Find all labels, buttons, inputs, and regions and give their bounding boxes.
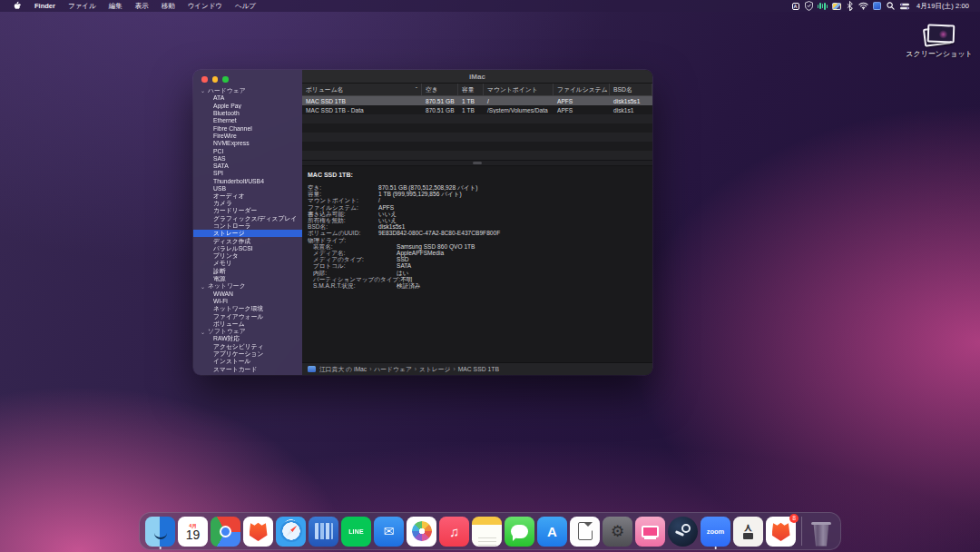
control-center-item[interactable]	[897, 0, 911, 12]
detail-label: ファイルシステム:	[308, 204, 378, 211]
dock-icon-safari[interactable]	[276, 517, 306, 547]
minimize-button[interactable]	[212, 76, 219, 83]
sidebar-section-0[interactable]: ⌄ハードウェア	[193, 87, 302, 94]
dock-icon-mail[interactable]: ✉	[374, 517, 404, 547]
sidebar-item-PCI[interactable]: PCI	[193, 147, 302, 154]
sidebar-item-RAW対応[interactable]: RAW対応	[193, 335, 302, 342]
breadcrumb-segment-0[interactable]: 江口貴大 の iMac	[319, 366, 367, 372]
column-header-3[interactable]: マウントポイント	[484, 84, 554, 95]
sidebar-item-診断[interactable]: 診断	[193, 268, 302, 275]
desktop-icon-screenshots[interactable]: スクリーンショット	[911, 25, 967, 59]
sidebar-item-SAS[interactable]: SAS	[193, 154, 302, 162]
sidebar-item-ATA[interactable]: ATA	[193, 94, 302, 102]
bluetooth-item[interactable]	[843, 0, 857, 12]
dock-icon-brave[interactable]: 8	[766, 517, 796, 547]
sidebar-item-SPI[interactable]: SPI	[193, 170, 302, 177]
sidebar-item-Fibre Channel[interactable]: Fibre Channel	[193, 124, 302, 132]
pane-splitter[interactable]	[302, 160, 652, 166]
breadcrumb-segment-2[interactable]: ストレージ	[419, 366, 451, 372]
volumes-table-body: MAC SSD 1TB870.51 GB1 TB/APFSdisk1s5s1MA…	[302, 96, 652, 160]
sidebar-item-ディスク作成[interactable]: ディスク作成	[193, 237, 302, 244]
dock-icon-claw[interactable]: ⋏	[733, 517, 763, 547]
sidebar-item-アクセシビリティ[interactable]: アクセシビリティ	[193, 343, 302, 350]
menu-item-1[interactable]: ファイル	[62, 0, 103, 12]
dock-icon-music[interactable]: ♫	[439, 517, 469, 547]
sidebar-section-1[interactable]: ⌄ネットワーク	[193, 282, 302, 290]
dock-icon-ledger[interactable]	[309, 517, 338, 547]
sidebar-item-パラレルSCSI[interactable]: パラレルSCSI	[193, 245, 302, 252]
physical-detail-row-1: メディア名:AppleAPFSMedia	[313, 250, 652, 256]
sidebar-item-Ethernet[interactable]: Ethernet	[193, 117, 302, 124]
dock-icon-line[interactable]: LINE	[341, 517, 371, 547]
menu-item-0[interactable]: Finder	[28, 0, 62, 12]
screens-item[interactable]	[829, 0, 843, 12]
menu-item-4[interactable]: 移動	[155, 0, 181, 12]
breadcrumb-segment-3[interactable]: MAC SSD 1TB	[458, 366, 499, 372]
sidebar-item-カメラ[interactable]: カメラ	[193, 200, 302, 207]
input-source-item[interactable]: A	[789, 0, 802, 12]
breadcrumb-segment-1[interactable]: ハードウェア	[374, 366, 412, 372]
zoom-button[interactable]	[222, 76, 229, 83]
dock-icon-calendar[interactable]: 4月19	[178, 517, 208, 547]
sidebar-item-SATA[interactable]: SATA	[193, 162, 302, 169]
sidebar-item-NVMExpress[interactable]: NVMExpress	[193, 140, 302, 147]
dock-icon-chrome[interactable]	[211, 517, 240, 547]
menu-item-3[interactable]: 表示	[129, 0, 155, 12]
sidebar-item-カードリーダー[interactable]: カードリーダー	[193, 207, 302, 214]
shield-item[interactable]	[802, 0, 816, 12]
screenshot-stack-icon	[924, 25, 955, 46]
dock-icon-zoom[interactable]: zoom	[701, 517, 730, 547]
sidebar-item-Apple Pay[interactable]: Apple Pay	[193, 102, 302, 109]
sidebar-item-アプリケーション[interactable]: アプリケーション	[193, 350, 302, 358]
table-row-1[interactable]: MAC SSD 1TB - Data870.51 GB1 TB/System/V…	[302, 105, 652, 114]
dock-icon-trash[interactable]	[808, 517, 835, 547]
sidebar-item-ストレージ[interactable]: ストレージ	[193, 230, 302, 237]
table-row-0[interactable]: MAC SSD 1TB870.51 GB1 TB/APFSdisk1s5s1	[302, 96, 652, 105]
sidebar-item-ファイアウォール[interactable]: ファイアウォール	[193, 312, 302, 320]
sidebar-section-2[interactable]: ⌄ソフトウェア	[193, 328, 302, 335]
dock-icon-photos[interactable]	[407, 517, 436, 547]
sidebar-item-ボリューム[interactable]: ボリューム	[193, 320, 302, 328]
dock-icon-finder[interactable]	[145, 517, 175, 547]
sidebar-item-Wi-Fi[interactable]: Wi-Fi	[193, 298, 302, 305]
sidebar-item-プリンタ[interactable]: プリンタ	[193, 252, 302, 260]
dock-icon-display[interactable]	[635, 517, 665, 547]
envelope-glyph: ✉	[384, 524, 395, 538]
dock-icon-libre[interactable]	[570, 517, 600, 547]
column-header-0[interactable]: ボリューム名ˆ	[302, 84, 422, 95]
sidebar-item-オーディオ[interactable]: オーディオ	[193, 192, 302, 200]
column-header-4[interactable]: ファイルシステム	[554, 84, 610, 95]
sidebar-item-コントローラ[interactable]: コントローラ	[193, 222, 302, 230]
column-header-2[interactable]: 容量	[458, 84, 484, 95]
column-header-5[interactable]: BSD名	[610, 84, 652, 95]
sidebar-item-Bluetooth[interactable]: Bluetooth	[193, 109, 302, 116]
sidebar-item-メモリ[interactable]: メモリ	[193, 260, 302, 267]
menu-item-2[interactable]: 編集	[103, 0, 129, 12]
dock-icon-messages[interactable]	[505, 517, 534, 547]
dock-icon-steam[interactable]	[668, 517, 698, 547]
column-header-1[interactable]: 空き	[422, 84, 458, 95]
sidebar-item-インストール[interactable]: インストール	[193, 358, 302, 365]
sidebar-item-USB[interactable]: USB	[193, 184, 302, 192]
menu-item-6[interactable]: ヘルプ	[229, 0, 262, 12]
sidebar-item-FireWire[interactable]: FireWire	[193, 132, 302, 139]
close-button[interactable]	[201, 76, 208, 83]
sidebar-item-Thunderbolt/USB4[interactable]: Thunderbolt/USB4	[193, 177, 302, 184]
wifi-item[interactable]	[857, 0, 870, 12]
menu-bar-clock[interactable]: 4月19日(土) 2:00	[911, 2, 973, 11]
sidebar-item-電源[interactable]: 電源	[193, 275, 302, 282]
waveform-item[interactable]	[816, 0, 829, 12]
dock-icon-appstore[interactable]: A	[537, 517, 567, 547]
dock-icon-brave[interactable]	[243, 517, 273, 547]
sidebar-item-スマートカード[interactable]: スマートカード	[193, 365, 302, 372]
blue-app-item[interactable]	[870, 0, 884, 12]
dock-icon-syspref[interactable]: ⚙	[603, 517, 632, 547]
apple-menu-icon[interactable]	[7, 1, 28, 11]
sidebar-item-ネットワーク環境[interactable]: ネットワーク環境	[193, 305, 302, 312]
input-source-icon: A	[792, 3, 799, 10]
dock-icon-notes[interactable]	[472, 517, 502, 547]
menu-item-5[interactable]: ウインドウ	[181, 0, 229, 12]
sidebar-item-グラフィックス/ディスプレイ[interactable]: グラフィックス/ディスプレイ	[193, 215, 302, 222]
sidebar-item-WWAN[interactable]: WWAN	[193, 291, 302, 298]
spotlight-item[interactable]	[884, 0, 897, 12]
